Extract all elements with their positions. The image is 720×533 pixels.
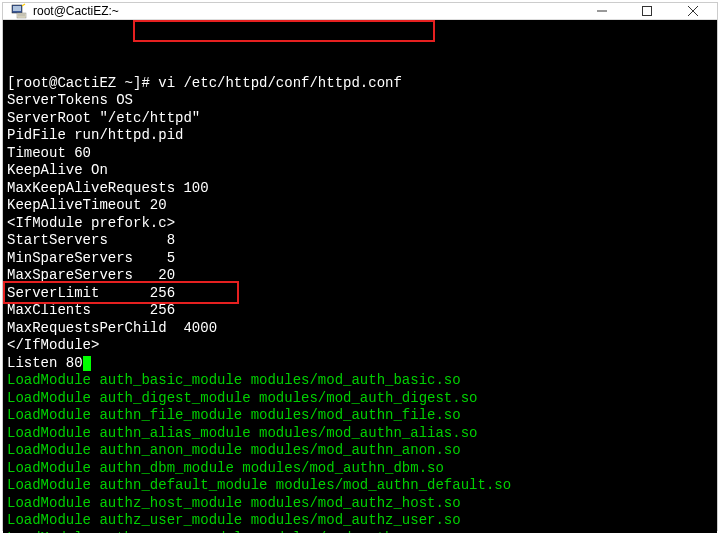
file-line: LoadModule authn_default_module modules/…: [7, 477, 511, 493]
file-line: LoadModule authn_dbm_module modules/mod_…: [7, 460, 444, 476]
terminal-body[interactable]: [root@CactiEZ ~]# vi /etc/httpd/conf/htt…: [3, 20, 717, 533]
minimize-icon: [597, 6, 607, 16]
svg-rect-7: [642, 7, 651, 16]
file-line: MaxSpareServers 20: [7, 267, 175, 283]
minimize-button[interactable]: [579, 3, 624, 19]
file-line: StartServers 8: [7, 232, 175, 248]
window-controls: [579, 3, 717, 19]
cursor: [83, 356, 91, 371]
file-line: ServerLimit 256: [7, 285, 175, 301]
file-line: </IfModule>: [7, 337, 99, 353]
titlebar[interactable]: root@CactiEZ:~: [3, 3, 717, 20]
file-line: ServerTokens OS: [7, 92, 133, 108]
file-line: PidFile run/httpd.pid: [7, 127, 183, 143]
command: vi /etc/httpd/conf/httpd.conf: [158, 75, 402, 91]
file-line: LoadModule authz_host_module modules/mod…: [7, 495, 461, 511]
file-line: KeepAliveTimeout 20: [7, 197, 167, 213]
maximize-icon: [642, 6, 652, 16]
file-line: MaxClients 256: [7, 302, 175, 318]
highlight-command: [133, 20, 435, 42]
file-line: MinSpareServers 5: [7, 250, 175, 266]
svg-rect-1: [13, 6, 21, 11]
file-line: ServerRoot "/etc/httpd": [7, 110, 200, 126]
file-line: LoadModule authn_alias_module modules/mo…: [7, 425, 477, 441]
file-line: LoadModule auth_basic_module modules/mod…: [7, 372, 461, 388]
maximize-button[interactable]: [624, 3, 669, 19]
file-line: LoadModule authz_owner_module modules/mo…: [7, 530, 477, 534]
file-line: KeepAlive On: [7, 162, 108, 178]
file-line: LoadModule authn_anon_module modules/mod…: [7, 442, 461, 458]
listen-line: Listen 80: [7, 355, 83, 371]
file-line: MaxKeepAliveRequests 100: [7, 180, 209, 196]
terminal-window: root@CactiEZ:~ [root@CactiEZ ~]# vi /etc…: [2, 2, 718, 531]
file-line: LoadModule authz_user_module modules/mod…: [7, 512, 461, 528]
file-line: LoadModule auth_digest_module modules/mo…: [7, 390, 477, 406]
putty-icon: [11, 3, 27, 19]
file-line: LoadModule authn_file_module modules/mod…: [7, 407, 461, 423]
prompt: [root@CactiEZ ~]#: [7, 75, 158, 91]
close-icon: [688, 6, 698, 16]
close-button[interactable]: [669, 3, 717, 19]
file-line: Timeout 60: [7, 145, 91, 161]
file-line: <IfModule prefork.c>: [7, 215, 175, 231]
window-title: root@CactiEZ:~: [33, 4, 579, 18]
file-line: MaxRequestsPerChild 4000: [7, 320, 217, 336]
